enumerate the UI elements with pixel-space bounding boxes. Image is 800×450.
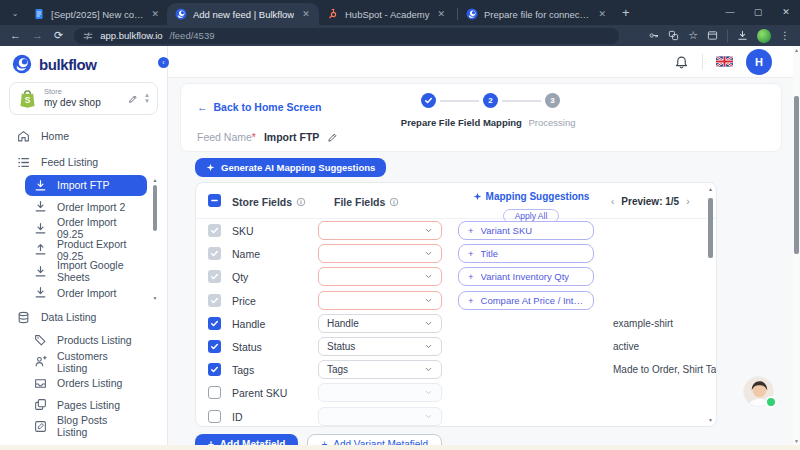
store-switch-icon[interactable]: ▲▼ xyxy=(144,93,150,104)
info-icon[interactable] xyxy=(389,197,399,207)
suggestion-pill[interactable]: +Compare At Price / Internati... xyxy=(458,291,594,310)
feed-item-import-google-sheets[interactable]: Import Google Sheets xyxy=(25,261,147,282)
sidebar-item-pages-listing[interactable]: Pages Listing xyxy=(25,395,147,416)
sidebar-item-feed-listing[interactable]: Feed Listing xyxy=(0,149,167,175)
scroll-up-icon[interactable]: ▲ xyxy=(707,186,714,192)
sidebar-item-customers-listing[interactable]: Customers Listing xyxy=(25,352,147,373)
edit-feed-name-icon[interactable] xyxy=(327,132,338,143)
tab-close-icon[interactable]: ✕ xyxy=(302,9,310,19)
scroll-up-icon[interactable]: ▲ xyxy=(152,177,158,183)
forward-icon[interactable]: → xyxy=(32,30,43,41)
preview-next-icon[interactable]: › xyxy=(686,196,689,207)
browser-menu-icon[interactable]: ⋮ xyxy=(780,30,790,41)
new-tab-button[interactable]: + xyxy=(622,5,630,20)
step-processing-circle[interactable]: 3 xyxy=(545,93,560,108)
tab-docs[interactable]: [Sept/2025] New content - Ha ✕ xyxy=(25,3,167,25)
row-checkbox[interactable] xyxy=(208,247,221,260)
sidebar-item-data-listing[interactable]: Data Listing xyxy=(0,304,167,330)
edit-store-icon[interactable] xyxy=(128,94,138,104)
tab-prepare-file[interactable]: Prepare file for connection FTP/ ✕ xyxy=(458,3,614,25)
row-checkbox[interactable] xyxy=(208,386,221,399)
plus-icon: + xyxy=(468,248,474,259)
file-field-select[interactable] xyxy=(318,221,442,240)
scrollbar-thumb[interactable] xyxy=(794,96,799,254)
blog-pen-icon xyxy=(34,420,47,433)
feed-item-product-export-0925[interactable]: Product Export 09.25 xyxy=(25,240,147,261)
tab-close-icon[interactable]: ✕ xyxy=(151,9,159,19)
row-checkbox[interactable] xyxy=(208,317,221,330)
tab-hubspot[interactable]: HubSpot - Academy ✕ xyxy=(319,3,457,25)
url-bar[interactable]: app.bulkflow.io/feed/4539 xyxy=(74,28,619,44)
row-checkbox[interactable] xyxy=(208,224,221,237)
tab-close-icon[interactable]: ✕ xyxy=(598,9,606,19)
sidebar-item-home[interactable]: Home xyxy=(0,123,167,149)
field-mapping-table: Store Fields File Fields Mapping Suggest… xyxy=(195,182,717,427)
tab-share-icon[interactable] xyxy=(707,30,718,41)
sidebar-item-blog-posts-listing[interactable]: Blog Posts Listing xyxy=(25,416,147,437)
language-flag-icon[interactable] xyxy=(716,56,733,67)
tab-search-button[interactable]: ⌄ xyxy=(7,5,23,21)
minimize-button[interactable]: — xyxy=(716,0,744,23)
notifications-bell-icon[interactable] xyxy=(674,54,689,69)
suggestion-pill[interactable]: +Title xyxy=(458,244,594,263)
feed-item-order-import-0925[interactable]: Order Import 09.25 xyxy=(25,218,147,239)
feed-item-import-ftp[interactable]: Import FTP xyxy=(25,175,147,196)
step-prepare-file-circle[interactable] xyxy=(421,93,436,108)
tab-bulkflow-active[interactable]: Add new feed | Bulkflow ✕ xyxy=(167,3,319,25)
row-checkbox[interactable] xyxy=(208,410,221,423)
scroll-down-icon[interactable]: ▼ xyxy=(707,417,714,423)
page-scrollbar[interactable]: ▲ ▼ xyxy=(793,46,800,445)
main-area: H ← Back to Home Screen 2 3 Prepare File xyxy=(168,46,800,445)
translate-icon[interactable] xyxy=(668,30,679,41)
sidebar-collapse-button[interactable]: ‹ xyxy=(158,57,169,68)
bookmark-star-icon[interactable]: ☆ xyxy=(688,29,698,42)
tab-close-icon[interactable]: ✕ xyxy=(438,9,446,19)
suggestion-pill[interactable]: +Variant Inventory Qty xyxy=(458,267,594,286)
file-field-select[interactable] xyxy=(318,291,442,310)
file-field-select[interactable]: Tags xyxy=(318,360,442,379)
password-key-icon[interactable] xyxy=(648,30,659,41)
file-field-select[interactable]: Status xyxy=(318,337,442,356)
table-row: Price +Compare At Price / Internati... xyxy=(196,289,716,312)
scroll-down-icon[interactable]: ▼ xyxy=(793,438,800,444)
user-avatar[interactable]: H xyxy=(746,49,772,75)
preview-prev-icon[interactable]: ‹ xyxy=(611,196,614,207)
file-field-select[interactable] xyxy=(318,383,442,402)
back-icon[interactable]: ← xyxy=(10,30,21,41)
file-field-select[interactable] xyxy=(318,244,442,263)
suggestion-pill[interactable]: +Variant SKU xyxy=(458,221,594,240)
step-field-mapping-circle[interactable]: 2 xyxy=(483,93,498,108)
row-checkbox[interactable] xyxy=(208,294,221,307)
site-settings-icon[interactable] xyxy=(83,31,93,41)
feed-item-order-import-2[interactable]: Order Import 2 xyxy=(25,197,147,218)
brand-logo[interactable]: bulkflow xyxy=(0,46,167,79)
row-checkbox[interactable] xyxy=(208,270,221,283)
store-selector[interactable]: Store my dev shop ▲▼ xyxy=(9,82,158,115)
generate-ai-mapping-button[interactable]: Generate AI Mapping Suggestions xyxy=(195,158,386,177)
tab-title: Prepare file for connection FTP/ xyxy=(484,9,590,20)
table-scrollbar[interactable]: ▲ ▼ xyxy=(707,186,714,423)
file-field-select[interactable]: Handle xyxy=(318,314,442,333)
close-window-button[interactable]: ✕ xyxy=(772,0,800,23)
sidebar-item-orders-listing[interactable]: Orders Listing xyxy=(25,373,147,394)
reload-icon[interactable]: ⟳ xyxy=(54,30,63,41)
info-icon[interactable] xyxy=(296,197,306,207)
scrollbar-thumb[interactable] xyxy=(708,198,713,258)
downloads-icon[interactable] xyxy=(737,30,748,41)
file-field-select[interactable] xyxy=(318,267,442,286)
browser-profile-avatar[interactable] xyxy=(757,29,771,43)
feed-list-scrollbar[interactable]: ▲ ▼ xyxy=(152,177,158,301)
scroll-down-icon[interactable]: ▼ xyxy=(152,295,158,301)
select-all-checkbox[interactable] xyxy=(208,194,221,207)
scrollbar-thumb[interactable] xyxy=(153,185,157,231)
maximize-button[interactable]: ▢ xyxy=(744,0,772,23)
support-chat-widget[interactable] xyxy=(743,376,774,407)
plus-icon: + xyxy=(468,295,474,306)
row-checkbox[interactable] xyxy=(208,340,221,353)
feed-item-order-import[interactable]: Order Import xyxy=(25,283,147,304)
row-checkbox[interactable] xyxy=(208,363,221,376)
sidebar-item-products-listing[interactable]: Products Listing xyxy=(25,330,147,351)
back-to-home-link[interactable]: ← Back to Home Screen xyxy=(197,101,321,113)
file-field-select[interactable] xyxy=(318,407,442,426)
scroll-up-icon[interactable]: ▲ xyxy=(793,47,800,53)
